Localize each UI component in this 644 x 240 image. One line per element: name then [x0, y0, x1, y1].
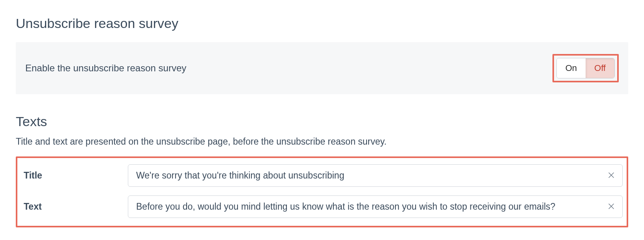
close-icon [607, 202, 616, 210]
survey-toggle: On Off [556, 58, 615, 78]
text-field-row: Text [21, 195, 623, 218]
title-input-wrap [128, 164, 623, 187]
text-field-label: Text [21, 201, 128, 212]
toggle-highlight: On Off [552, 54, 619, 82]
enable-survey-label: Enable the unsubscribe reason survey [25, 63, 186, 74]
text-clear-button[interactable] [605, 200, 617, 213]
survey-section-title: Unsubscribe reason survey [16, 16, 628, 31]
toggle-off-button[interactable]: Off [586, 58, 614, 78]
texts-heading: Texts [16, 114, 628, 129]
toggle-on-button[interactable]: On [557, 58, 586, 78]
texts-fields-highlight: Title Text [16, 156, 628, 227]
texts-description: Title and text are presented on the unsu… [16, 136, 628, 147]
text-input[interactable] [128, 195, 623, 218]
close-icon [607, 171, 616, 179]
title-input[interactable] [128, 164, 623, 187]
title-field-label: Title [21, 170, 128, 181]
texts-section: Texts Title and text are presented on th… [16, 114, 628, 227]
title-clear-button[interactable] [605, 169, 617, 182]
title-field-row: Title [21, 164, 623, 187]
enable-survey-row: Enable the unsubscribe reason survey On … [16, 42, 628, 94]
text-input-wrap [128, 195, 623, 218]
